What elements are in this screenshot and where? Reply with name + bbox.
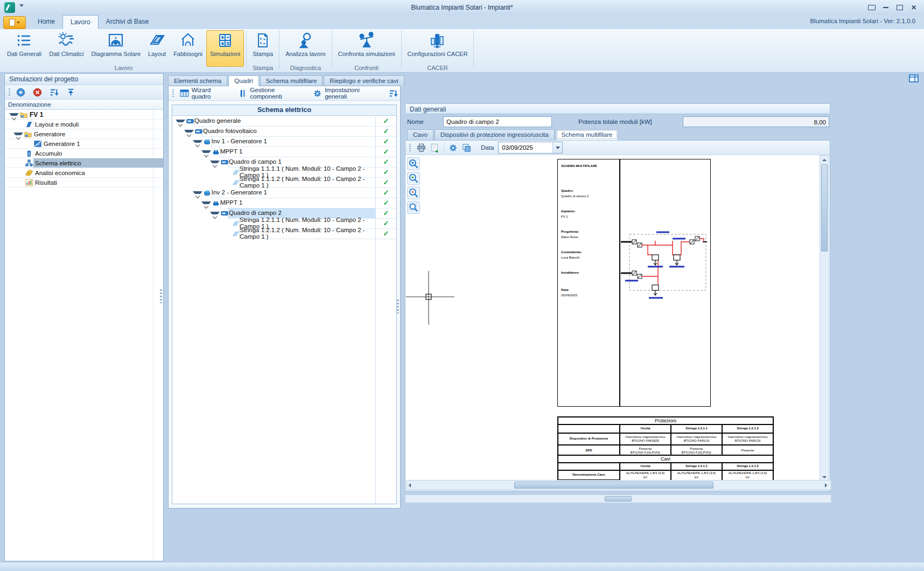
diagramma-solare-button[interactable]: Diagramma Solare: [87, 30, 144, 67]
panel-layout-icon[interactable]: [909, 74, 919, 83]
delete-button[interactable]: [33, 88, 42, 97]
tree-row-inv1[interactable]: Inv 1 - Generatore 1 ✓: [172, 136, 396, 147]
fabbisogni-button[interactable]: Fabbisogni: [170, 30, 206, 67]
ribbon-tab-archivi[interactable]: Archivi di Base: [99, 15, 156, 29]
application-menu-button[interactable]: [3, 16, 26, 29]
combo-open-button[interactable]: [552, 142, 562, 153]
tree-row-generatore-1[interactable]: Generatore 1: [5, 139, 163, 149]
board-icon: [221, 158, 228, 166]
tree-row-stringa-1112[interactable]: Stringa 1.1.1.2 ( Num. Moduli: 10 - Camp…: [172, 177, 396, 187]
vertical-scrollbar-thumb[interactable]: [821, 164, 828, 252]
horizontal-scrollbar[interactable]: [406, 480, 831, 490]
group-label-stampa: Stampa: [249, 65, 277, 71]
tab-schema-multifilare-detail[interactable]: Schema multifilare: [556, 129, 619, 140]
chevron-down-icon[interactable]: [193, 191, 202, 194]
toolbar-grip[interactable]: [172, 89, 174, 97]
date-combobox[interactable]: 03/09/2025: [498, 142, 563, 154]
detail-bottom-scrollbar[interactable]: [405, 495, 831, 503]
chevron-down-icon[interactable]: [13, 133, 23, 135]
chevron-down-icon[interactable]: [201, 150, 211, 153]
tree-row-risultati[interactable]: Risultati: [5, 178, 163, 187]
drawing-canvas[interactable]: SCHEMA MULTIFILARE Quadro: Quadro di cam…: [406, 155, 822, 481]
dati-generali-button[interactable]: Dati Generali: [3, 30, 45, 67]
tab-cavo[interactable]: Cavo: [407, 129, 433, 140]
analizza-lavoro-button[interactable]: Analizza lavoro: [282, 30, 330, 67]
chevron-down-icon[interactable]: [210, 212, 220, 214]
results-icon: [25, 179, 33, 186]
maximize-button[interactable]: [893, 3, 907, 12]
chevron-down-icon[interactable]: [210, 161, 220, 163]
simulazioni-button[interactable]: Simulazioni: [206, 30, 244, 67]
nome-input[interactable]: [443, 116, 552, 127]
close-button[interactable]: ✕: [907, 3, 921, 12]
export-button[interactable]: [430, 143, 439, 152]
ribbon-tab-lavoro[interactable]: Lavoro: [62, 15, 99, 30]
toolbar-grip[interactable]: [409, 144, 411, 151]
tree-row-mppt1-inv2[interactable]: MPPT 1 ✓: [172, 198, 396, 208]
tree-row-quadro-generale[interactable]: Quadro generale ✓: [172, 116, 396, 126]
zoom-window-icon[interactable]: [407, 157, 420, 170]
check-icon: ✓: [383, 127, 389, 135]
toolbar-grip[interactable]: [9, 88, 10, 96]
chevron-down-icon[interactable]: [184, 130, 194, 133]
check-column-divider: [375, 115, 376, 504]
chevron-down-icon[interactable]: [176, 120, 185, 122]
zoom-out-icon[interactable]: [407, 186, 420, 199]
settings-button[interactable]: [449, 143, 458, 152]
add-button[interactable]: [16, 88, 25, 97]
confronta-simulazioni-button[interactable]: Confronta simulazioni: [334, 30, 399, 67]
configurazioni-cacer-button[interactable]: Configurazioni CACER: [404, 30, 472, 67]
tree-row-generatore[interactable]: Generatore: [5, 129, 163, 139]
panel-splitter[interactable]: [160, 289, 162, 303]
dati-climatici-button[interactable]: Dati Climatici: [45, 30, 87, 67]
chevron-down-icon[interactable]: [201, 201, 211, 204]
quadri-toolbar: Wizard quadro Gestione componenti Impost…: [169, 86, 400, 101]
tree-row-fv1[interactable]: FV 1: [5, 110, 163, 120]
zoom-in-icon[interactable]: [407, 172, 420, 185]
layout-button[interactable]: Layout: [144, 30, 170, 67]
tree-row-accumulo[interactable]: Accumulo: [5, 149, 163, 158]
vertical-scrollbar[interactable]: [820, 155, 829, 482]
impostazioni-generali-button[interactable]: Impostazioni generali: [313, 87, 376, 100]
tree-row-layout-moduli[interactable]: Layout e moduli: [5, 120, 163, 129]
collapse-top-icon[interactable]: [66, 88, 75, 97]
stampa-button[interactable]: Stampa: [249, 30, 277, 67]
tree-row-mppt1[interactable]: MPPT 1 ✓: [172, 147, 396, 157]
detail-bottom-scrollbar-thumb[interactable]: [605, 496, 632, 502]
chevron-down-icon[interactable]: [193, 140, 202, 143]
protezioni-table: Protezioni Uscita Stringa 1.2.1.1 String…: [557, 416, 774, 457]
print-button[interactable]: [417, 143, 426, 152]
tab-quadri[interactable]: Quadri: [228, 75, 259, 86]
fullscreen-button[interactable]: [865, 3, 879, 12]
expand-all-icon[interactable]: [50, 88, 59, 97]
wizard-table-icon: [180, 89, 189, 98]
minimize-button[interactable]: [879, 3, 893, 12]
date-value: 03/09/2025: [499, 144, 552, 151]
tab-dispositivi-protezione[interactable]: Dispositivi di protezione ingresso/uscit…: [435, 129, 555, 140]
panel-splitter[interactable]: [397, 300, 399, 314]
tree-row-schema-elettrico[interactable]: Schema elettrico: [5, 158, 163, 168]
ribbon-group-cacer: Configurazioni CACER CACER: [404, 29, 472, 72]
chevron-down-icon[interactable]: [9, 113, 19, 116]
check-icon: ✓: [383, 189, 389, 197]
check-icon: ✓: [383, 199, 389, 207]
tab-elementi-schema[interactable]: Elementi schema: [168, 75, 227, 86]
wizard-quadro-button[interactable]: Wizard quadro: [180, 87, 227, 100]
group-separator: [246, 30, 247, 69]
horizontal-scrollbar-thumb[interactable]: [514, 482, 713, 489]
board-icon: [186, 117, 194, 125]
tab-schema-multifilare[interactable]: Schema multifilare: [260, 75, 323, 86]
tree-row-analisi-economica[interactable]: Analisi economica: [5, 168, 163, 178]
expand-all-icon[interactable]: [389, 89, 398, 98]
titleblock-divider: [619, 159, 620, 407]
quick-access-caret-icon[interactable]: [19, 4, 24, 7]
tree-row-quadro-fotovoltaico[interactable]: Quadro fotovoltaico ✓: [172, 126, 396, 136]
check-icon: ✓: [383, 158, 389, 166]
ribbon-tab-home[interactable]: Home: [30, 15, 62, 29]
tree-row-stringa-1212[interactable]: Stringa 1.2.1.2 ( Num. Moduli: 10 - Camp…: [172, 228, 396, 239]
tab-riepilogo-verifiche-cavi[interactable]: Riepilogo e verifiche cavi: [324, 75, 404, 86]
zoom-extents-icon[interactable]: [407, 201, 420, 214]
gestione-componenti-button[interactable]: Gestione componenti: [238, 87, 301, 100]
tree-row-inv2[interactable]: Inv 2 - Generatore 1 ✓: [172, 187, 396, 198]
copy-button[interactable]: [462, 143, 471, 152]
